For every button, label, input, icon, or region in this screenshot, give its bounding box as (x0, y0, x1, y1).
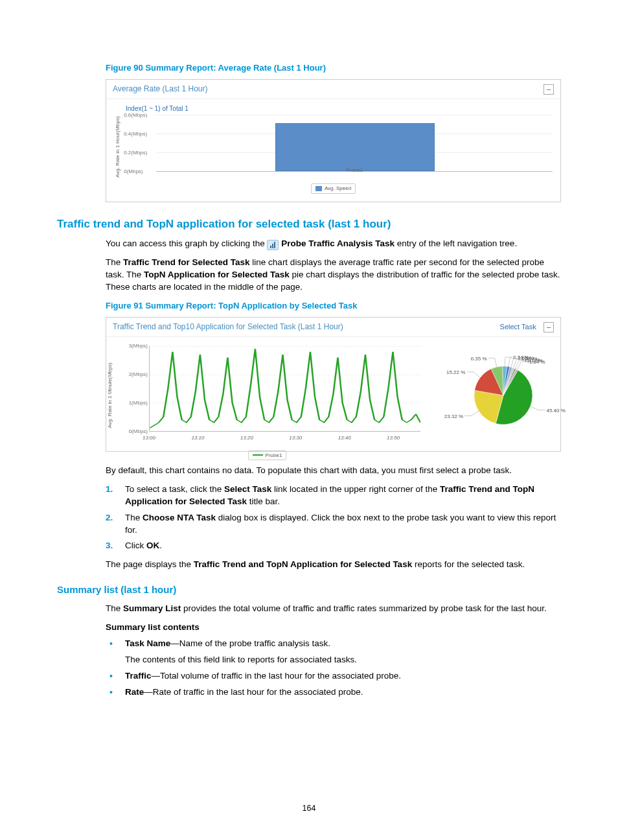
chart-icon (267, 240, 279, 250)
figure90-ylabel: Avg. Rate in 1 Hour(Mbps) (114, 115, 121, 180)
collapse-icon[interactable]: – (544, 322, 554, 332)
pie-svg: 45.40 %23.32 %15.22 %6.35 %2.34 %1.65 %1… (426, 344, 555, 447)
svg-text:1.04 %: 1.04 % (529, 359, 545, 365)
legend-swatch (315, 186, 322, 191)
summary-contents-list: Task Name—Name of the probe traffic anal… (106, 638, 561, 699)
traffic-p2: The Traffic Trend for Selected Task line… (106, 257, 561, 294)
after-fig-p1: By default, this chart contains no data.… (106, 465, 561, 477)
list-item: 3. Click OK. (106, 540, 561, 552)
svg-text:45.40 %: 45.40 % (547, 408, 566, 414)
figure90-barchart: Avg. Rate in 1 Hour(Mbps) 0(Mbps) 0.2(Mb… (114, 115, 553, 180)
traffic-p1: You can access this graph by clicking th… (106, 238, 561, 250)
figure91-title: Traffic Trend and Top10 Application for … (113, 321, 343, 332)
figure91-linechart: Avg. Rate in 1 Minute(Mbps) 0(Mbps) 1(Mb… (111, 344, 423, 447)
steps-list: 1. To select a task, click the Select Ta… (106, 484, 561, 552)
line-yticks: 0(Mbps) 1(Mbps) 2(Mbps) 3(Mbps) (115, 346, 148, 432)
svg-text:6.35 %: 6.35 % (471, 356, 487, 362)
svg-text:23.32 %: 23.32 % (444, 414, 463, 419)
figure90-legend: Avg. Speed (114, 182, 553, 195)
figure91-caption: Figure 91 Summary Report: TopN Applicati… (106, 300, 561, 312)
list-item: Task Name—Name of the probe traffic anal… (106, 638, 561, 666)
figure90-body: Index(1 ~ 1) of Total 1 Avg. Rate in 1 H… (106, 99, 560, 202)
figure90-header: Average Rate (Last 1 Hour) – (106, 80, 560, 99)
legend-chip: Avg. Speed (311, 183, 356, 193)
after-fig-p2: The page displays the Traffic Trend and … (106, 559, 561, 571)
list-item: Rate—Rate of traffic in the last hour fo… (106, 686, 561, 699)
legend-label: Avg. Speed (325, 185, 351, 192)
figure91-panel: Traffic Trend and Top10 Application for … (106, 317, 561, 452)
collapse-icon[interactable]: – (544, 84, 554, 95)
ytick: 0.2(Mbps) (124, 149, 147, 156)
line-swatch (253, 454, 263, 456)
list-item: 1. To select a task, click the Select Ta… (106, 484, 561, 508)
line-plot-area (149, 346, 420, 432)
figure91-body: Avg. Rate in 1 Minute(Mbps) 0(Mbps) 1(Mb… (106, 337, 560, 451)
summary-p1: The Summary List provides the total volu… (106, 603, 561, 615)
figure90-panel: Average Rate (Last 1 Hour) – Index(1 ~ 1… (106, 79, 561, 202)
ytick: 0(Mbps) (124, 168, 143, 175)
ytick: 0.6(Mbps) (124, 111, 147, 119)
page-number: 164 (0, 803, 618, 815)
figure90-index: Index(1 ~ 1) of Total 1 (126, 104, 553, 113)
traffic-trend-heading: Traffic trend and TopN application for s… (57, 216, 561, 232)
list-item-sub: The contents of this field link to repor… (125, 654, 561, 666)
figure90-grid: Probe1 (156, 115, 553, 172)
list-item: 2. The Choose NTA Task dialog box is dis… (106, 512, 561, 537)
figure90-xlabel: Probe1 (346, 167, 363, 174)
select-task-link[interactable]: Select Task (500, 323, 536, 331)
list-item: Traffic—Total volume of traffic in the l… (106, 670, 561, 682)
figure91-header: Traffic Trend and Top10 Application for … (106, 318, 560, 337)
figure90-bar-probe1 (275, 123, 435, 171)
figure90-plot: 0(Mbps) 0.2(Mbps) 0.4(Mbps) 0.6(Mbps) Pr… (124, 115, 553, 180)
svg-text:15.22 %: 15.22 % (446, 369, 465, 375)
summary-list-heading: Summary list (last 1 hour) (57, 583, 561, 596)
line-ylabel: Avg. Rate in 1 Minute(Mbps) (106, 362, 113, 428)
line-xticks: 13:00 13:10 13:20 13:30 13:40 13:50 (149, 434, 420, 445)
line-svg (150, 346, 420, 431)
line-legend: Probe1 (248, 447, 287, 460)
summary-contents-head: Summary list contents (106, 622, 561, 634)
figure90-caption: Figure 90 Summary Report: Average Rate (… (106, 62, 561, 74)
line-legend-chip: Probe1 (248, 450, 287, 460)
ytick: 0.4(Mbps) (124, 130, 147, 137)
figure90-title: Average Rate (Last 1 Hour) (113, 84, 208, 95)
figure91-piechart: 45.40 %23.32 %15.22 %6.35 %2.34 %1.65 %1… (426, 344, 555, 447)
